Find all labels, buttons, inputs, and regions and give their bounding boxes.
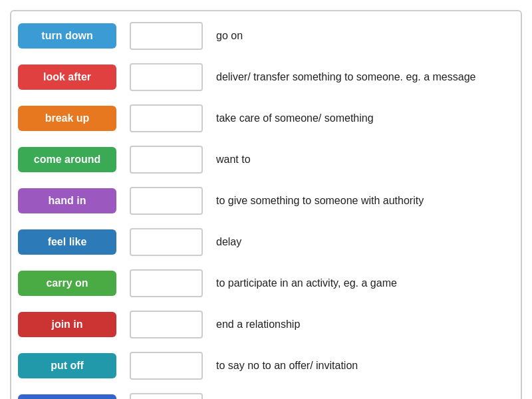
phrase-button-break-up[interactable]: break up	[18, 106, 116, 131]
phrase-button-look-after[interactable]: look after	[18, 65, 116, 90]
definition-feel-like: delay	[216, 235, 514, 249]
row-pass-on: pass onvisit someone/somewhere	[18, 389, 514, 399]
definition-hand-in: to give something to someone with author…	[216, 194, 514, 208]
answer-input-break-up[interactable]	[130, 104, 203, 132]
definition-join-in: end a relationship	[216, 317, 514, 332]
row-feel-like: feel likedelay	[18, 224, 514, 260]
row-look-after: look afterdeliver/ transfer something to…	[18, 59, 514, 95]
answer-input-turn-down[interactable]	[130, 22, 203, 50]
phrase-button-carry-on[interactable]: carry on	[18, 271, 116, 296]
row-join-in: join inend a relationship	[18, 307, 514, 342]
answer-input-carry-on[interactable]	[130, 269, 203, 297]
row-come-around: come aroundwant to	[18, 142, 514, 178]
answer-input-hand-in[interactable]	[130, 187, 203, 215]
phrase-button-feel-like[interactable]: feel like	[18, 229, 116, 255]
definition-turn-down: go on	[216, 29, 514, 43]
answer-input-put-off[interactable]	[130, 352, 203, 380]
phrase-button-put-off[interactable]: put off	[18, 353, 116, 378]
definition-carry-on: to participate in an activity, eg. a gam…	[216, 276, 514, 291]
answer-input-join-in[interactable]	[130, 311, 203, 338]
phrase-button-turn-down[interactable]: turn down	[18, 23, 116, 49]
answer-input-pass-on[interactable]	[130, 393, 203, 399]
row-put-off: put offto say no to an offer/ invitation	[18, 348, 514, 384]
phrase-button-hand-in[interactable]: hand in	[18, 188, 116, 213]
row-break-up: break uptake care of someone/ something	[18, 100, 514, 136]
answer-input-feel-like[interactable]	[130, 228, 203, 256]
definition-put-off: to say no to an offer/ invitation	[216, 358, 514, 373]
phrase-button-come-around[interactable]: come around	[18, 147, 116, 172]
phrase-button-join-in[interactable]: join in	[18, 312, 116, 337]
definition-come-around: want to	[216, 152, 514, 167]
answer-input-come-around[interactable]	[130, 146, 203, 174]
definition-break-up: take care of someone/ something	[216, 111, 514, 126]
row-turn-down: turn downgo on	[18, 18, 514, 54]
matching-exercise: turn downgo onlook afterdeliver/ transfe…	[10, 10, 522, 399]
row-carry-on: carry onto participate in an activity, e…	[18, 265, 514, 301]
definition-look-after: deliver/ transfer something to someone. …	[216, 70, 514, 84]
row-hand-in: hand into give something to someone with…	[18, 183, 514, 219]
phrase-button-pass-on[interactable]: pass on	[18, 394, 116, 399]
answer-input-look-after[interactable]	[130, 63, 203, 91]
